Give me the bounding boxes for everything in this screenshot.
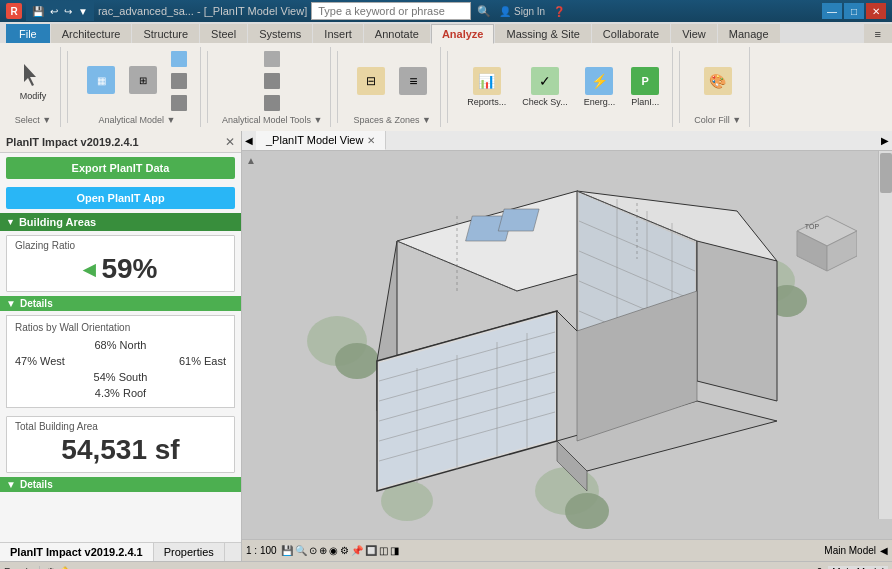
ribbon-group-reports: 📊 Reports... ✓ Check Sy... ⚡ Energ... P … [454, 47, 673, 127]
tab-file[interactable]: File [6, 24, 50, 43]
details-chevron: ▼ [6, 298, 16, 309]
minimize-button[interactable]: — [822, 3, 842, 19]
planit-panel: Export PlanIT Data Open PlanIT App ▼ Bui… [0, 153, 241, 542]
title-text: rac_advanced_sa... - [_PlanIT Model View… [98, 5, 307, 17]
view-scroll-right[interactable]: ▶ [878, 135, 892, 146]
tab-extra[interactable]: ≡ [864, 24, 892, 43]
details-label: Details [20, 298, 53, 309]
analytical-btn-1[interactable]: ▦ [82, 62, 120, 100]
ribbon: File Architecture Structure Steel System… [0, 22, 892, 131]
svg-marker-0 [24, 64, 36, 86]
side-tab-planit[interactable]: PlanIT Impact v2019.2.4.1 [0, 543, 154, 561]
building-svg: TOP [277, 161, 857, 539]
undo-btn[interactable]: ↩ [48, 6, 60, 17]
view-area: ◀ _PlanIT Model View ✕ ▶ [242, 131, 892, 561]
zones-btn[interactable]: ≡ [394, 63, 432, 99]
building-areas-header[interactable]: ▼ Building Areas [0, 213, 241, 231]
checksy-label: Check Sy... [522, 97, 567, 107]
close-button[interactable]: ✕ [866, 3, 886, 19]
small-icon-3 [171, 95, 187, 111]
view-scrollbar[interactable] [878, 151, 892, 519]
panel-title-bar: PlanIT Impact v2019.2.4.1 ✕ [0, 131, 241, 153]
checksy-button[interactable]: ✓ Check Sy... [517, 63, 572, 111]
sign-in[interactable]: 👤 Sign In [497, 6, 547, 17]
tab-systems[interactable]: Systems [248, 24, 312, 43]
small-icon-2 [171, 73, 187, 89]
roof-ratio: 4.3% Roof [15, 385, 226, 401]
modify-icon [19, 61, 47, 89]
colorfill-btn[interactable]: 🎨 [699, 63, 737, 99]
title-bar: R 💾 ↩ ↪ ▼ rac_advanced_sa... - [_PlanIT … [0, 0, 892, 22]
tab-analyze[interactable]: Analyze [431, 24, 495, 44]
view-controls[interactable]: 💾 🔍 ⊙ ⊕ ◉ ⚙ 📌 🔲 ◫ ◨ [281, 545, 399, 556]
tools-icon-1 [264, 51, 280, 67]
bt-ctrl-1[interactable]: ◀ [880, 545, 888, 556]
planit-ribbon-button[interactable]: P PlanI... [626, 63, 664, 111]
analytical-icon-2: ⊞ [129, 66, 157, 94]
tab-annotate[interactable]: Annotate [364, 24, 430, 43]
view-icon-9[interactable]: ◨ [390, 545, 399, 556]
save-view-icon[interactable]: 💾 [281, 545, 293, 556]
tools-btn-1[interactable] [259, 49, 285, 69]
reports-button[interactable]: 📊 Reports... [462, 63, 511, 111]
view-icon-4[interactable]: ◉ [329, 545, 338, 556]
ratios-title: Ratios by Wall Orientation [15, 322, 226, 333]
view-icon-2[interactable]: ⊙ [309, 545, 317, 556]
modify-button[interactable]: Modify [14, 57, 52, 105]
tools-btn-2[interactable] [259, 71, 285, 91]
maximize-button[interactable]: □ [844, 3, 864, 19]
qa-more[interactable]: ▼ [76, 6, 90, 17]
side-bottom-tabs: PlanIT Impact v2019.2.4.1 Properties [0, 542, 241, 561]
open-planit-button[interactable]: Open PlanIT App [6, 187, 235, 209]
tools-icon-3 [264, 95, 280, 111]
view-scroll-thumb[interactable] [880, 153, 892, 193]
total-details-label: Details [20, 479, 53, 490]
panel-close-button[interactable]: ✕ [225, 135, 235, 149]
spaces-btn[interactable]: ⊟ [352, 63, 390, 99]
redo-btn[interactable]: ↪ [62, 6, 74, 17]
spaces-icon: ⊟ [357, 67, 385, 95]
spaces-zones-label: Spaces & Zones ▼ [354, 115, 431, 125]
side-tab-properties[interactable]: Properties [154, 543, 225, 561]
view-icon-6[interactable]: 📌 [351, 545, 363, 556]
export-planit-button[interactable]: Export PlanIT Data [6, 157, 235, 179]
small-btn-3[interactable] [166, 93, 192, 113]
view-top-arrow[interactable]: ▲ [246, 155, 256, 166]
svg-point-7 [565, 493, 609, 529]
energ-button[interactable]: ⚡ Energ... [579, 63, 621, 111]
tab-manage[interactable]: Manage [718, 24, 780, 43]
search-button[interactable]: 🔍 [475, 5, 493, 18]
side-panel: PlanIT Impact v2019.2.4.1 ✕ Export PlanI… [0, 131, 242, 561]
glazing-ratio-card: Glazing Ratio ◀ 59% [6, 235, 235, 292]
view-icon-3[interactable]: ⊕ [319, 545, 327, 556]
help-btn[interactable]: ❓ [551, 6, 567, 17]
view-tab-close[interactable]: ✕ [367, 135, 375, 146]
view-icon-7[interactable]: 🔲 [365, 545, 377, 556]
tab-architecture[interactable]: Architecture [51, 24, 132, 43]
view-tab-planit[interactable]: _PlanIT Model View ✕ [256, 131, 386, 150]
west-east-row: 47% West 61% East [15, 353, 226, 369]
small-btn-2[interactable] [166, 71, 192, 91]
search-input[interactable] [311, 2, 471, 20]
small-btn-1[interactable] [166, 49, 192, 69]
tab-insert[interactable]: Insert [313, 24, 363, 43]
view-scroll-left[interactable]: ◀ [242, 135, 256, 146]
tab-structure[interactable]: Structure [132, 24, 199, 43]
tab-view[interactable]: View [671, 24, 717, 43]
tools-btn-3[interactable] [259, 93, 285, 113]
analytical-model-label: Analytical Model ▼ [99, 115, 176, 125]
tab-steel[interactable]: Steel [200, 24, 247, 43]
planit-ribbon-label: PlanI... [631, 97, 659, 107]
tab-collaborate[interactable]: Collaborate [592, 24, 670, 43]
save-btn[interactable]: 💾 [30, 6, 46, 17]
details-header[interactable]: ▼ Details [0, 296, 241, 311]
ribbon-group-colorfill: 🎨 Color Fill ▼ [686, 47, 750, 127]
tab-massing[interactable]: Massing & Site [495, 24, 590, 43]
total-details-chevron: ▼ [6, 479, 16, 490]
view-icon-8[interactable]: ◫ [379, 545, 388, 556]
view-icon-5[interactable]: ⚙ [340, 545, 349, 556]
total-details-header[interactable]: ▼ Details [0, 477, 241, 492]
view-icon-1[interactable]: 🔍 [295, 545, 307, 556]
analytical-btn-2[interactable]: ⊞ [124, 62, 162, 100]
colorfill-label: Color Fill ▼ [694, 115, 741, 125]
